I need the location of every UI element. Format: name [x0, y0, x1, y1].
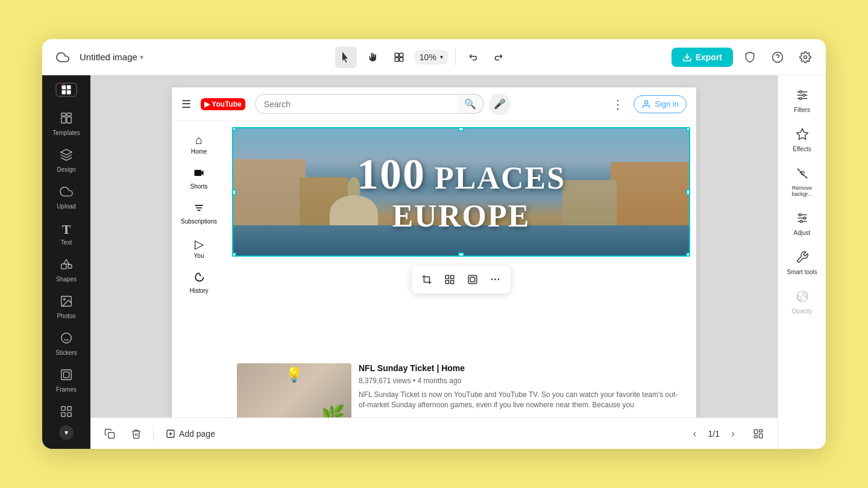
adjust-icon — [796, 211, 809, 228]
frame-button[interactable] — [462, 269, 483, 290]
more-options-button[interactable]: ··· — [485, 269, 506, 290]
hand-tool-button[interactable] — [362, 46, 383, 68]
svg-rect-28 — [451, 275, 454, 278]
shorts-icon — [193, 167, 205, 182]
svg-rect-25 — [68, 413, 71, 416]
yt-nav-history[interactable]: History — [175, 266, 223, 299]
page-duplicate-button[interactable] — [100, 424, 119, 443]
settings-button[interactable] — [794, 46, 816, 68]
shield-button[interactable] — [739, 46, 761, 68]
svg-rect-29 — [445, 281, 448, 284]
prev-page-button[interactable]: ‹ — [687, 425, 703, 442]
svg-point-55 — [803, 217, 805, 219]
svg-rect-21 — [63, 372, 69, 377]
svg-point-41 — [799, 91, 802, 93]
banner-title: 100 PLACES EUROPE — [357, 151, 565, 233]
bottom-bar: Add page ‹ 1/1 › — [90, 418, 778, 449]
rs-item-remove-bg[interactable]: Remove backgr... — [781, 161, 824, 203]
svg-marker-50 — [796, 129, 807, 139]
top-bar-center: 10% ▾ — [180, 46, 664, 68]
yt-mic-button[interactable]: 🎤 — [489, 93, 511, 115]
rs-item-smart-tools[interactable]: Smart tools — [781, 245, 824, 281]
canvas-scroll[interactable]: ☰ ▶ YouTube 🔍 🎤 ⋮ — [90, 75, 778, 418]
float-toolbar: ··· — [412, 266, 511, 293]
yt-nav-subscriptions-label: Subscriptions — [181, 218, 217, 225]
next-page-button[interactable]: › — [725, 425, 741, 442]
doc-title-text: Untitled image — [80, 52, 137, 62]
yt-nav-shorts[interactable]: Shorts — [175, 162, 223, 195]
layout-tool-button[interactable] — [388, 46, 410, 68]
svg-point-16 — [63, 298, 65, 300]
effects-icon — [796, 128, 809, 144]
svg-point-43 — [799, 98, 802, 100]
yt-signin-label: Sign in — [655, 99, 679, 108]
add-page-label: Add page — [179, 429, 215, 439]
svg-point-14 — [68, 264, 72, 268]
sidebar-label-templates: Templates — [52, 130, 80, 136]
svg-point-17 — [61, 333, 72, 343]
banner-image[interactable]: 100 PLACES EUROPE — [232, 127, 690, 257]
rs-item-effects[interactable]: Effects — [781, 122, 824, 158]
handle-bottom-left[interactable] — [232, 252, 236, 257]
zoom-control[interactable]: 10% ▾ — [415, 50, 448, 64]
yt-nav-subscriptions[interactable]: Subscriptions — [175, 197, 223, 230]
zoom-arrow: ▾ — [440, 54, 443, 60]
video-desc: NFL Sunday Ticket is now on YouTube and … — [359, 390, 685, 410]
handle-bottom-right[interactable] — [686, 252, 690, 257]
add-page-button[interactable]: Add page — [161, 425, 220, 442]
handle-top-left[interactable] — [232, 127, 236, 131]
yt-nav-home[interactable]: ⌂ Home — [175, 128, 223, 160]
sidebar-item-text[interactable]: T Text — [45, 217, 87, 251]
redo-button[interactable] — [487, 46, 509, 68]
rs-label-filters: Filters — [794, 107, 810, 113]
handle-middle-left[interactable] — [232, 189, 236, 195]
yt-more-button[interactable]: ⋮ — [612, 97, 624, 111]
app-container: Untitled image ▾ — [42, 39, 826, 449]
svg-point-26 — [645, 101, 648, 104]
yt-nav-shorts-label: Shorts — [190, 183, 208, 190]
top-bar: Untitled image ▾ — [42, 39, 826, 75]
page-manager-button[interactable] — [749, 424, 768, 443]
yt-search-input[interactable] — [255, 94, 457, 114]
help-button[interactable] — [767, 46, 788, 68]
page-delete-button[interactable] — [127, 424, 146, 443]
grid-overlay-button[interactable] — [439, 269, 460, 290]
cloud-save-button[interactable] — [52, 46, 74, 68]
sidebar-collapse-button[interactable]: ▾ — [59, 425, 74, 440]
sidebar-label-photos: Photos — [57, 313, 75, 319]
svg-rect-20 — [61, 370, 72, 380]
sidebar-item-templates[interactable]: Templates — [45, 107, 87, 141]
sidebar-item-design[interactable]: Design — [45, 143, 87, 178]
handle-top-right[interactable] — [686, 127, 690, 131]
sidebar-item-shapes[interactable]: Shapes — [45, 253, 87, 287]
rs-item-filters[interactable]: Filters — [781, 83, 824, 119]
undo-button[interactable] — [463, 46, 485, 68]
svg-rect-9 — [61, 113, 66, 116]
yt-search-button[interactable]: 🔍 — [457, 94, 484, 114]
export-button[interactable]: Export — [671, 48, 733, 67]
rs-label-remove-bg: Remove backgr... — [783, 185, 822, 197]
text-icon: T — [62, 222, 71, 237]
yt-hamburger-button[interactable]: ☰ — [181, 98, 191, 111]
sidebar-label-shapes: Shapes — [56, 276, 77, 283]
sidebar-label-frames: Frames — [56, 386, 77, 393]
sidebar-item-frames[interactable]: Frames — [45, 363, 87, 398]
rs-item-opacity[interactable]: Opacity — [781, 284, 824, 321]
photos-icon — [60, 295, 73, 311]
yt-nav-you[interactable]: ▷ You — [175, 232, 223, 264]
sidebar-item-stickers[interactable]: Stickers — [45, 327, 87, 361]
sidebar-item-upload[interactable]: Upload — [45, 180, 87, 214]
handle-bottom-middle[interactable] — [458, 252, 464, 257]
yt-nav-you-label: You — [194, 252, 204, 259]
sidebar-item-more[interactable] — [45, 400, 87, 423]
crop-button[interactable] — [417, 269, 437, 290]
doc-title[interactable]: Untitled image ▾ — [80, 52, 143, 62]
sidebar-item-photos[interactable]: Photos — [45, 290, 87, 324]
yt-signin-button[interactable]: Sign in — [634, 95, 687, 113]
cursor-tool-button[interactable] — [335, 46, 357, 68]
rs-item-adjust[interactable]: Adjust — [781, 205, 824, 242]
handle-top-middle[interactable] — [458, 127, 464, 131]
handle-middle-right[interactable] — [686, 189, 690, 195]
more-dots: ··· — [491, 274, 500, 285]
top-bar-right: Export — [671, 46, 816, 68]
